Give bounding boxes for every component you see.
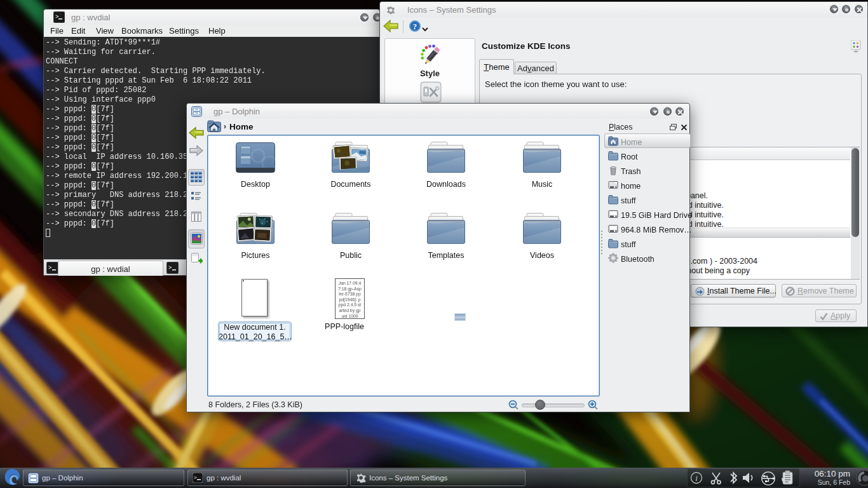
svg-text:>: > xyxy=(168,265,172,271)
svg-text:>: > xyxy=(48,265,51,271)
svg-text:>: > xyxy=(194,475,197,480)
svg-text:i: i xyxy=(695,473,698,483)
svg-text:>: > xyxy=(55,14,58,20)
svg-text:?: ? xyxy=(413,22,417,31)
